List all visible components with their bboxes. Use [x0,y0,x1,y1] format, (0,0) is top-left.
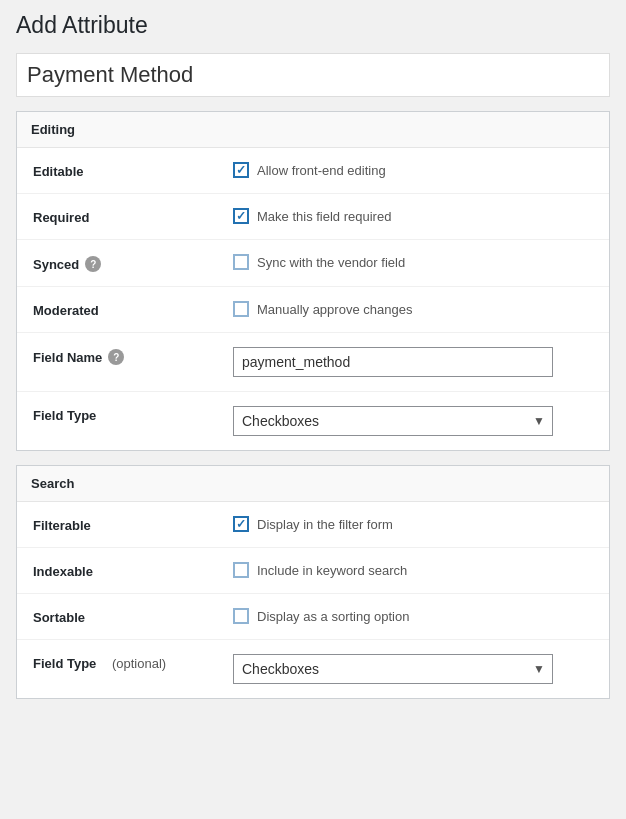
checkbox-synced[interactable] [233,254,249,270]
search-section-body: Filterable Display in the filter form In… [17,502,609,698]
field-name-help-icon[interactable]: ? [108,349,124,365]
checkbox-label-required: Make this field required [257,209,391,224]
field-control-field-name [233,347,593,377]
field-name-input[interactable] [233,347,553,377]
editing-section: Editing Editable Allow front-end editing… [16,111,610,451]
field-label-synced: Synced ? [33,254,233,272]
field-control-moderated: Manually approve changes [233,301,593,317]
field-row-indexable: Indexable Include in keyword search [17,548,609,594]
field-control-sortable: Display as a sorting option [233,608,593,624]
editing-section-body: Editable Allow front-end editing Require… [17,148,609,450]
checkbox-label-indexable: Include in keyword search [257,563,407,578]
field-type-optional-label: (optional) [112,656,166,671]
field-control-synced: Sync with the vendor field [233,254,593,270]
field-label-sortable: Sortable [33,608,233,625]
checkbox-indexable[interactable] [233,562,249,578]
field-label-field-name: Field Name ? [33,347,233,365]
attribute-name-input[interactable] [16,53,610,97]
checkbox-label-synced: Sync with the vendor field [257,255,405,270]
field-control-required: Make this field required [233,208,593,224]
search-section: Search Filterable Display in the filter … [16,465,610,699]
field-label-search-field-type: Field Type (optional) [33,654,233,671]
field-row-moderated: Moderated Manually approve changes [17,287,609,333]
field-label-editable: Editable [33,162,233,179]
field-row-synced: Synced ? Sync with the vendor field [17,240,609,287]
checkbox-editable[interactable] [233,162,249,178]
field-label-moderated: Moderated [33,301,233,318]
checkbox-required[interactable] [233,208,249,224]
field-label-filterable: Filterable [33,516,233,533]
checkbox-label-editable: Allow front-end editing [257,163,386,178]
field-control-indexable: Include in keyword search [233,562,593,578]
checkbox-sortable[interactable] [233,608,249,624]
checkbox-label-moderated: Manually approve changes [257,302,412,317]
field-row-editable: Editable Allow front-end editing [17,148,609,194]
search-field-type-select[interactable]: Checkboxes Text Select Radio Textarea Nu… [233,654,553,684]
field-control-search-field-type: Checkboxes Text Select Radio Textarea Nu… [233,654,593,684]
editing-section-header: Editing [17,112,609,148]
checkbox-label-sortable: Display as a sorting option [257,609,409,624]
field-row-field-name: Field Name ? [17,333,609,392]
field-control-editable: Allow front-end editing [233,162,593,178]
field-type-select[interactable]: Checkboxes Text Select Radio Textarea Nu… [233,406,553,436]
field-type-select-wrapper: Checkboxes Text Select Radio Textarea Nu… [233,406,553,436]
field-label-field-type: Field Type [33,406,233,423]
field-label-indexable: Indexable [33,562,233,579]
page-title: Add Attribute [16,12,610,39]
field-label-required: Required [33,208,233,225]
field-control-field-type: Checkboxes Text Select Radio Textarea Nu… [233,406,593,436]
field-row-required: Required Make this field required [17,194,609,240]
field-row-field-type: Field Type Checkboxes Text Select Radio … [17,392,609,450]
field-row-sortable: Sortable Display as a sorting option [17,594,609,640]
search-section-header: Search [17,466,609,502]
search-field-type-select-wrapper: Checkboxes Text Select Radio Textarea Nu… [233,654,553,684]
checkbox-moderated[interactable] [233,301,249,317]
synced-help-icon[interactable]: ? [85,256,101,272]
field-row-search-field-type: Field Type (optional) Checkboxes Text Se… [17,640,609,698]
checkbox-label-filterable: Display in the filter form [257,517,393,532]
page-wrapper: Add Attribute Editing Editable Allow fro… [0,0,626,725]
checkbox-filterable[interactable] [233,516,249,532]
field-control-filterable: Display in the filter form [233,516,593,532]
field-row-filterable: Filterable Display in the filter form [17,502,609,548]
